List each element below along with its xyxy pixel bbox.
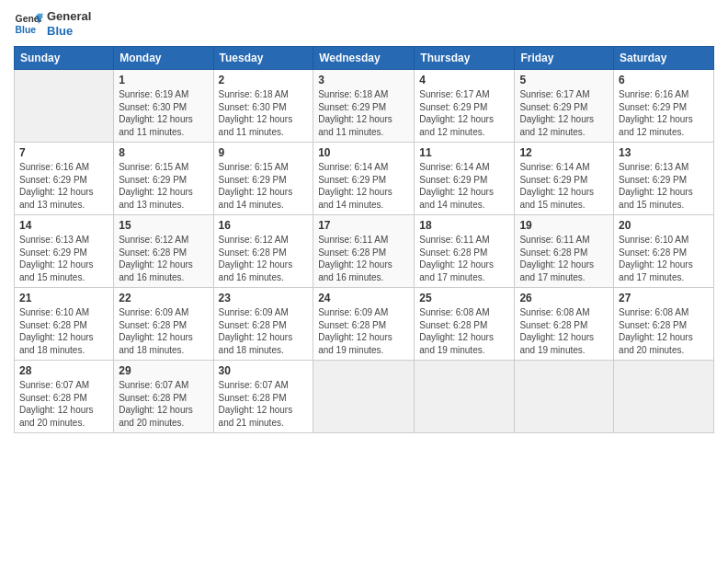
day-number: 4 — [419, 74, 509, 86]
calendar-cell: 28Sunrise: 6:07 AMSunset: 6:28 PMDayligh… — [15, 361, 114, 433]
day-info: Sunrise: 6:17 AMSunset: 6:29 PMDaylight:… — [519, 88, 609, 138]
logo-general: General — [47, 9, 91, 24]
weekday-header-sunday: Sunday — [15, 47, 114, 70]
day-info: Sunrise: 6:18 AMSunset: 6:29 PMDaylight:… — [318, 88, 409, 138]
calendar-cell: 3Sunrise: 6:18 AMSunset: 6:29 PMDaylight… — [313, 70, 415, 143]
logo: General Blue General Blue — [14, 9, 91, 39]
day-info: Sunrise: 6:19 AMSunset: 6:30 PMDaylight:… — [119, 88, 208, 138]
day-number: 22 — [119, 292, 208, 304]
day-number: 29 — [119, 364, 208, 377]
calendar-cell: 16Sunrise: 6:12 AMSunset: 6:28 PMDayligh… — [213, 215, 313, 288]
day-info: Sunrise: 6:16 AMSunset: 6:29 PMDaylight:… — [19, 161, 108, 211]
calendar-week-row: 21Sunrise: 6:10 AMSunset: 6:28 PMDayligh… — [15, 288, 714, 361]
day-number: 1 — [119, 74, 208, 86]
day-number: 24 — [318, 292, 409, 304]
weekday-header-wednesday: Wednesday — [313, 47, 415, 70]
day-info: Sunrise: 6:10 AMSunset: 6:28 PMDaylight:… — [19, 306, 108, 356]
day-info: Sunrise: 6:11 AMSunset: 6:28 PMDaylight:… — [419, 234, 509, 283]
calendar-cell: 10Sunrise: 6:14 AMSunset: 6:29 PMDayligh… — [313, 143, 415, 215]
day-number: 8 — [119, 146, 208, 159]
calendar-cell — [515, 361, 614, 433]
calendar-week-row: 14Sunrise: 6:13 AMSunset: 6:29 PMDayligh… — [15, 215, 714, 288]
day-info: Sunrise: 6:07 AMSunset: 6:28 PMDaylight:… — [19, 379, 108, 429]
day-number: 16 — [219, 219, 309, 232]
calendar-cell: 9Sunrise: 6:15 AMSunset: 6:29 PMDaylight… — [213, 143, 313, 215]
calendar-cell: 18Sunrise: 6:11 AMSunset: 6:28 PMDayligh… — [415, 215, 515, 288]
day-info: Sunrise: 6:17 AMSunset: 6:29 PMDaylight:… — [419, 88, 509, 138]
calendar-cell — [313, 361, 415, 433]
calendar-cell: 12Sunrise: 6:14 AMSunset: 6:29 PMDayligh… — [515, 143, 614, 215]
calendar-cell — [614, 361, 714, 433]
day-number: 20 — [619, 219, 709, 232]
day-info: Sunrise: 6:13 AMSunset: 6:29 PMDaylight:… — [19, 234, 108, 283]
logo-blue: Blue — [47, 24, 91, 39]
calendar-cell: 2Sunrise: 6:18 AMSunset: 6:30 PMDaylight… — [213, 70, 313, 143]
calendar-cell: 20Sunrise: 6:10 AMSunset: 6:28 PMDayligh… — [614, 215, 714, 288]
calendar-week-row: 28Sunrise: 6:07 AMSunset: 6:28 PMDayligh… — [15, 361, 714, 433]
day-info: Sunrise: 6:08 AMSunset: 6:28 PMDaylight:… — [519, 306, 609, 356]
calendar-cell: 22Sunrise: 6:09 AMSunset: 6:28 PMDayligh… — [114, 288, 213, 361]
weekday-header-monday: Monday — [114, 47, 213, 70]
calendar-cell: 14Sunrise: 6:13 AMSunset: 6:29 PMDayligh… — [15, 215, 114, 288]
day-info: Sunrise: 6:15 AMSunset: 6:29 PMDaylight:… — [219, 161, 309, 211]
calendar-cell: 30Sunrise: 6:07 AMSunset: 6:28 PMDayligh… — [213, 361, 313, 433]
svg-text:Blue: Blue — [16, 25, 37, 35]
calendar-cell: 19Sunrise: 6:11 AMSunset: 6:28 PMDayligh… — [515, 215, 614, 288]
day-info: Sunrise: 6:13 AMSunset: 6:29 PMDaylight:… — [619, 161, 709, 211]
day-number: 9 — [219, 146, 309, 159]
day-number: 15 — [119, 219, 208, 232]
day-info: Sunrise: 6:09 AMSunset: 6:28 PMDaylight:… — [119, 306, 208, 356]
calendar-cell: 26Sunrise: 6:08 AMSunset: 6:28 PMDayligh… — [515, 288, 614, 361]
day-number: 18 — [419, 219, 509, 232]
day-number: 25 — [419, 292, 509, 304]
day-number: 21 — [19, 292, 108, 304]
day-info: Sunrise: 6:12 AMSunset: 6:28 PMDaylight:… — [119, 234, 208, 283]
calendar-cell: 8Sunrise: 6:15 AMSunset: 6:29 PMDaylight… — [114, 143, 213, 215]
day-number: 17 — [318, 219, 409, 232]
calendar-cell: 25Sunrise: 6:08 AMSunset: 6:28 PMDayligh… — [415, 288, 515, 361]
day-number: 23 — [219, 292, 309, 304]
calendar-cell: 23Sunrise: 6:09 AMSunset: 6:28 PMDayligh… — [213, 288, 313, 361]
day-number: 7 — [19, 146, 108, 159]
calendar-cell: 4Sunrise: 6:17 AMSunset: 6:29 PMDaylight… — [415, 70, 515, 143]
calendar-cell: 11Sunrise: 6:14 AMSunset: 6:29 PMDayligh… — [415, 143, 515, 215]
calendar-cell: 17Sunrise: 6:11 AMSunset: 6:28 PMDayligh… — [313, 215, 415, 288]
day-info: Sunrise: 6:14 AMSunset: 6:29 PMDaylight:… — [318, 161, 409, 211]
day-number: 2 — [219, 74, 309, 86]
day-number: 12 — [519, 146, 609, 159]
day-number: 27 — [619, 292, 709, 304]
day-number: 3 — [318, 74, 409, 86]
calendar-cell: 29Sunrise: 6:07 AMSunset: 6:28 PMDayligh… — [114, 361, 213, 433]
day-info: Sunrise: 6:08 AMSunset: 6:28 PMDaylight:… — [419, 306, 509, 356]
day-info: Sunrise: 6:09 AMSunset: 6:28 PMDaylight:… — [318, 306, 409, 356]
day-number: 14 — [19, 219, 108, 232]
day-info: Sunrise: 6:07 AMSunset: 6:28 PMDaylight:… — [119, 379, 208, 429]
calendar-cell: 15Sunrise: 6:12 AMSunset: 6:28 PMDayligh… — [114, 215, 213, 288]
calendar-cell: 1Sunrise: 6:19 AMSunset: 6:30 PMDaylight… — [114, 70, 213, 143]
day-info: Sunrise: 6:10 AMSunset: 6:28 PMDaylight:… — [619, 234, 709, 283]
day-info: Sunrise: 6:14 AMSunset: 6:29 PMDaylight:… — [419, 161, 509, 211]
day-info: Sunrise: 6:07 AMSunset: 6:28 PMDaylight:… — [219, 379, 309, 429]
day-info: Sunrise: 6:16 AMSunset: 6:29 PMDaylight:… — [619, 88, 709, 138]
calendar-cell: 6Sunrise: 6:16 AMSunset: 6:29 PMDaylight… — [614, 70, 714, 143]
day-number: 10 — [318, 146, 409, 159]
calendar-cell: 21Sunrise: 6:10 AMSunset: 6:28 PMDayligh… — [15, 288, 114, 361]
day-number: 26 — [519, 292, 609, 304]
calendar-week-row: 1Sunrise: 6:19 AMSunset: 6:30 PMDaylight… — [15, 70, 714, 143]
weekday-header-row: SundayMondayTuesdayWednesdayThursdayFrid… — [15, 47, 714, 70]
weekday-header-tuesday: Tuesday — [213, 47, 313, 70]
day-info: Sunrise: 6:14 AMSunset: 6:29 PMDaylight:… — [519, 161, 609, 211]
calendar-table: SundayMondayTuesdayWednesdayThursdayFrid… — [14, 46, 714, 433]
calendar-cell: 27Sunrise: 6:08 AMSunset: 6:28 PMDayligh… — [614, 288, 714, 361]
calendar-cell: 5Sunrise: 6:17 AMSunset: 6:29 PMDaylight… — [515, 70, 614, 143]
weekday-header-thursday: Thursday — [415, 47, 515, 70]
calendar-cell: 7Sunrise: 6:16 AMSunset: 6:29 PMDaylight… — [15, 143, 114, 215]
day-info: Sunrise: 6:11 AMSunset: 6:28 PMDaylight:… — [318, 234, 409, 283]
day-number: 6 — [619, 74, 709, 86]
day-info: Sunrise: 6:08 AMSunset: 6:28 PMDaylight:… — [619, 306, 709, 356]
day-info: Sunrise: 6:18 AMSunset: 6:30 PMDaylight:… — [219, 88, 309, 138]
day-number: 13 — [619, 146, 709, 159]
day-number: 28 — [19, 364, 108, 377]
calendar-cell: 24Sunrise: 6:09 AMSunset: 6:28 PMDayligh… — [313, 288, 415, 361]
calendar-header: SundayMondayTuesdayWednesdayThursdayFrid… — [15, 47, 714, 70]
